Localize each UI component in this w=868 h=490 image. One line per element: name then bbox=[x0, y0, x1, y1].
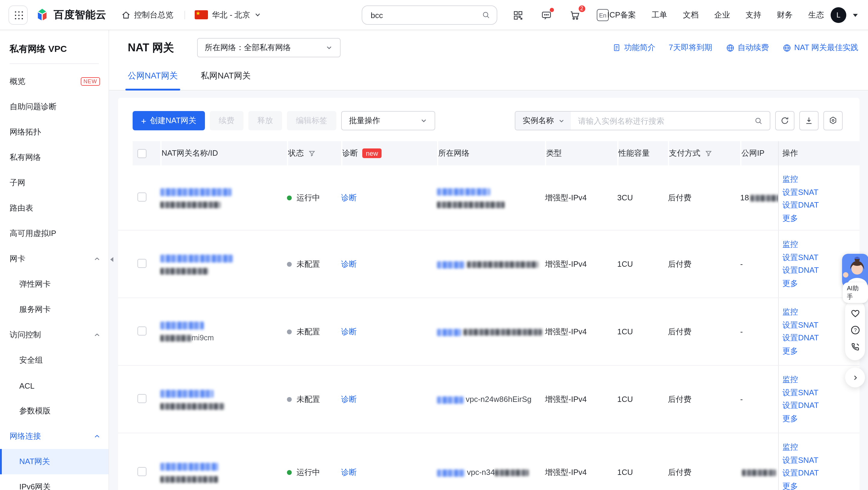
op-link-2[interactable]: 设置DNAT bbox=[782, 466, 819, 480]
op-link-0[interactable]: 监控 bbox=[782, 173, 819, 185]
network-scope-select[interactable]: 所在网络：全部私有网络 bbox=[197, 38, 340, 57]
redacted-gateway-name[interactable] bbox=[160, 322, 204, 329]
row-checkbox[interactable] bbox=[137, 326, 147, 335]
select-all-checkbox[interactable] bbox=[137, 149, 147, 158]
batch-actions-dropdown[interactable]: 批量操作 bbox=[341, 111, 435, 131]
sidebar-item-8[interactable]: 弹性网卡 bbox=[0, 271, 108, 297]
sidebar-item-12[interactable]: ACL bbox=[0, 373, 108, 398]
download-button[interactable] bbox=[799, 111, 818, 131]
topnav-item-3[interactable]: 企业 bbox=[714, 10, 730, 21]
op-link-1[interactable]: 设置SNAT bbox=[782, 386, 819, 399]
phone-support-icon[interactable] bbox=[849, 342, 861, 352]
topnav-item-1[interactable]: 工单 bbox=[652, 10, 667, 21]
sidebar-item-14[interactable]: 网络连接 bbox=[0, 424, 108, 449]
avatar-caret-icon[interactable] bbox=[853, 14, 858, 17]
search-field-selector[interactable]: 实例名称 bbox=[516, 112, 571, 130]
sidebar-item-9[interactable]: 服务网卡 bbox=[0, 297, 108, 322]
sidebar-item-11[interactable]: 安全组 bbox=[0, 348, 108, 373]
op-link-2[interactable]: 设置DNAT bbox=[782, 199, 819, 211]
redacted-network-link[interactable] bbox=[437, 188, 490, 196]
op-link-0[interactable]: 监控 bbox=[782, 373, 819, 386]
topnav-item-6[interactable]: 生态 bbox=[808, 10, 824, 21]
redacted-gateway-name[interactable] bbox=[160, 390, 213, 397]
filter-icon[interactable] bbox=[308, 149, 316, 157]
instance-search-input[interactable] bbox=[571, 116, 754, 125]
release-button[interactable]: 释放 bbox=[248, 111, 282, 131]
topnav-item-5[interactable]: 财务 bbox=[777, 10, 793, 21]
op-link-0[interactable]: 监控 bbox=[782, 305, 819, 318]
messages-icon[interactable] bbox=[540, 8, 553, 22]
redacted-network-link[interactable] bbox=[437, 396, 464, 403]
op-link-0[interactable]: 监控 bbox=[782, 440, 819, 454]
qr-code-icon[interactable] bbox=[511, 8, 524, 22]
row-checkbox[interactable] bbox=[137, 192, 147, 201]
sidebar-item-6[interactable]: 高可用虚拟IP bbox=[0, 221, 108, 246]
row-checkbox[interactable] bbox=[137, 394, 147, 403]
global-search-input[interactable] bbox=[362, 10, 482, 20]
op-link-1[interactable]: 设置SNAT bbox=[782, 318, 819, 331]
redacted-network-link[interactable] bbox=[437, 469, 465, 477]
row-checkbox[interactable] bbox=[137, 259, 147, 268]
sidebar-item-1[interactable]: 自助问题诊断 bbox=[0, 94, 108, 119]
auto-renew-link[interactable]: 自动续费 bbox=[725, 42, 769, 53]
redacted-gateway-name[interactable] bbox=[160, 463, 218, 470]
apps-grid-button[interactable] bbox=[8, 5, 28, 24]
op-link-3[interactable]: 更多 bbox=[782, 412, 819, 425]
diagnose-link[interactable]: 诊断 bbox=[341, 467, 357, 477]
diagnose-link[interactable]: 诊断 bbox=[341, 394, 357, 403]
expiry-notice-link[interactable]: 7天即将到期 bbox=[669, 42, 712, 53]
region-selector[interactable]: ★ 华北 - 北京 bbox=[194, 9, 261, 20]
sidebar-item-15[interactable]: NAT网关 bbox=[0, 449, 108, 474]
renew-button[interactable]: 续费 bbox=[210, 111, 244, 131]
redacted-gateway-name[interactable] bbox=[160, 254, 233, 262]
sidebar-item-2[interactable]: 网络拓扑 bbox=[0, 119, 108, 145]
create-nat-button[interactable]: + 创建NAT网关 bbox=[133, 111, 205, 131]
op-link-2[interactable]: 设置DNAT bbox=[782, 331, 819, 344]
avatar[interactable]: L bbox=[831, 7, 846, 23]
sidebar-item-3[interactable]: 私有网络 bbox=[0, 145, 108, 170]
diagnose-link[interactable]: 诊断 bbox=[341, 259, 357, 268]
redacted-network-link[interactable] bbox=[437, 261, 465, 268]
topnav-item-4[interactable]: 支持 bbox=[746, 10, 761, 21]
sidebar-item-4[interactable]: 子网 bbox=[0, 170, 108, 196]
op-link-3[interactable]: 更多 bbox=[782, 277, 819, 290]
filter-icon[interactable] bbox=[705, 149, 712, 157]
row-checkbox[interactable] bbox=[137, 467, 147, 476]
op-link-1[interactable]: 设置SNAT bbox=[782, 185, 819, 199]
sidebar-item-7[interactable]: 网卡 bbox=[0, 246, 108, 271]
brand-logo[interactable]: 百度智能云 bbox=[35, 7, 106, 22]
search-icon[interactable] bbox=[754, 116, 763, 125]
sidebar-item-0[interactable]: 概览NEW bbox=[0, 69, 108, 94]
redacted-gateway-name[interactable] bbox=[160, 188, 231, 196]
cart-icon[interactable]: 2 bbox=[568, 8, 581, 22]
col-payment[interactable]: 支付方式 bbox=[668, 141, 740, 165]
op-link-3[interactable]: 更多 bbox=[782, 211, 819, 225]
sidebar-item-13[interactable]: 参数模版 bbox=[0, 398, 108, 424]
sidebar-item-5[interactable]: 路由表 bbox=[0, 196, 108, 221]
op-link-0[interactable]: 监控 bbox=[782, 238, 819, 251]
topnav-item-2[interactable]: 文档 bbox=[683, 10, 699, 21]
help-icon[interactable]: ? bbox=[849, 325, 861, 336]
redacted-network-link[interactable] bbox=[437, 328, 461, 336]
op-link-2[interactable]: 设置DNAT bbox=[782, 264, 819, 277]
sidebar-collapse-icon[interactable] bbox=[110, 257, 113, 262]
console-overview-link[interactable]: 控制台总览 bbox=[121, 9, 173, 20]
op-link-1[interactable]: 设置SNAT bbox=[782, 251, 819, 264]
op-link-1[interactable]: 设置SNAT bbox=[782, 454, 819, 466]
edit-tags-button[interactable]: 编辑标签 bbox=[287, 111, 336, 131]
op-link-2[interactable]: 设置DNAT bbox=[782, 399, 819, 412]
collapse-panel-button[interactable] bbox=[845, 368, 865, 387]
diagnose-link[interactable]: 诊断 bbox=[341, 327, 357, 336]
sidebar-item-10[interactable]: 访问控制 bbox=[0, 322, 108, 348]
refresh-button[interactable] bbox=[775, 111, 795, 131]
op-link-3[interactable]: 更多 bbox=[782, 344, 819, 357]
ai-assistant-label[interactable]: AI助手 bbox=[843, 282, 868, 303]
feature-intro-link[interactable]: 功能简介 bbox=[613, 42, 655, 53]
diagnose-link[interactable]: 诊断 bbox=[341, 193, 357, 202]
sidebar-item-16[interactable]: IPv6网关 bbox=[0, 474, 108, 490]
col-status[interactable]: 状态 bbox=[287, 141, 341, 165]
favorite-heart-icon[interactable] bbox=[849, 308, 861, 319]
best-practice-link[interactable]: NAT 网关最佳实践 bbox=[782, 42, 858, 53]
tab-public-nat[interactable]: 公网NAT网关 bbox=[128, 65, 178, 90]
search-icon[interactable] bbox=[482, 10, 491, 20]
